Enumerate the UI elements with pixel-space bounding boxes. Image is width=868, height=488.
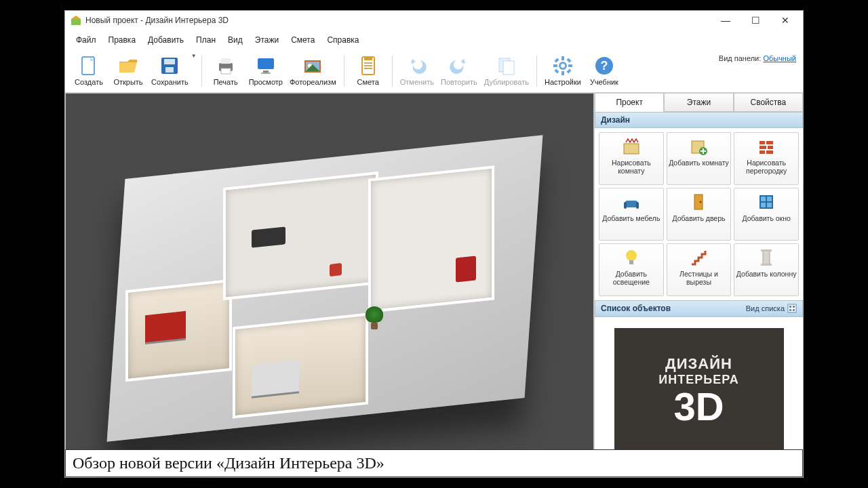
manual-label: Учебник [590,78,618,86]
panel-type-label: Вид панели: [719,54,761,62]
panel-type-link[interactable]: Обычный [763,54,796,62]
draw-room-icon [622,137,641,156]
floorplan-render [87,109,572,462]
new-file-icon [78,55,100,77]
undo-button[interactable]: Отменить [397,53,437,89]
add-room-button[interactable]: Добавить комнату [667,132,732,185]
svg-point-53 [626,250,637,261]
svg-rect-32 [554,68,559,73]
folder-open-icon [117,55,139,77]
open-label: Открыть [113,78,142,86]
save-icon [159,55,180,77]
stairs-cutouts-button[interactable]: Лестницы и вырезы [667,243,732,296]
svg-rect-57 [761,264,772,266]
add-column-button[interactable]: Добавить колонну [734,243,799,296]
monitor-icon [255,55,277,77]
svg-rect-41 [760,146,766,149]
svg-rect-27 [553,64,557,67]
undo-icon [406,55,428,77]
duplicate-icon [496,55,517,77]
stairs-cutouts-label: Лестницы и вырезы [669,270,730,286]
app-logo-3d: ДИЗАЙН ИНТЕРЬЕРА 3D [614,328,784,453]
minimize-button[interactable]: — [711,11,741,30]
estimate-button[interactable]: Смета [349,53,388,89]
side-panel: Проект Этажи Свойства Дизайн Нарисовать … [594,93,803,477]
svg-rect-40 [766,141,773,144]
manual-button[interactable]: ? Учебник [585,53,624,89]
svg-rect-46 [624,202,627,209]
menu-estimate[interactable]: Смета [285,33,320,47]
redo-icon [448,55,470,77]
svg-rect-18 [364,58,372,60]
side-tabs: Проект Этажи Свойства [595,93,803,112]
objects-list-header: Список объектов Вид списка [595,300,803,317]
add-window-label: Добавить окно [742,214,790,222]
tab-properties[interactable]: Свойства [734,93,803,112]
svg-rect-39 [760,141,765,144]
svg-rect-10 [258,58,274,69]
menubar: Файл Правка Добавить План Вид Этажи Смет… [65,30,803,50]
add-furniture-button[interactable]: Добавить мебель [599,188,664,241]
help-icon: ? [593,55,615,77]
svg-rect-28 [568,64,572,67]
svg-rect-61 [789,309,791,311]
redo-button[interactable]: Повторить [437,53,481,89]
save-button[interactable]: Сохранить [148,53,192,89]
settings-label: Настройки [545,78,581,86]
svg-rect-42 [768,146,773,149]
render-button[interactable]: Фотореализм [286,53,340,89]
add-room-icon [689,137,708,156]
add-window-button[interactable]: Добавить окно [734,188,799,241]
svg-marker-1 [71,16,81,19]
gear-icon [552,55,574,77]
add-door-button[interactable]: Добавить дверь [667,188,732,241]
design-section-header: Дизайн [595,112,803,128]
tab-project[interactable]: Проект [595,93,664,112]
svg-rect-54 [629,260,633,264]
open-button[interactable]: Открыть [108,53,148,89]
menu-edit[interactable]: Правка [103,33,142,47]
furniture-icon [622,192,641,211]
svg-rect-56 [761,249,772,251]
menu-file[interactable]: Файл [71,33,102,47]
photorealism-icon [302,55,323,77]
estimate-label: Смета [357,78,379,86]
add-column-label: Добавить колонну [736,270,797,278]
close-button[interactable]: ✕ [770,11,800,30]
menu-help[interactable]: Справка [321,33,364,47]
add-lighting-button[interactable]: Добавить освещение [599,243,664,296]
app-window: Новый проект - Дизайн Интерьера 3D — ☐ ✕… [64,10,804,478]
menu-floors[interactable]: Этажи [250,33,284,47]
partition-icon [757,137,776,156]
settings-button[interactable]: Настройки [541,53,585,89]
draw-partition-label: Нарисовать перегородку [736,159,797,175]
design-grid: Нарисовать комнату Добавить комнату Нари… [595,128,803,300]
menu-plan[interactable]: План [191,33,221,47]
svg-rect-62 [793,309,795,311]
save-dropdown[interactable]: ▼ [191,53,197,59]
maximize-button[interactable]: ☐ [741,11,770,30]
preview-button[interactable]: Просмотр [245,53,286,89]
add-furniture-label: Добавить мебель [602,214,660,222]
svg-rect-8 [221,58,231,64]
logo-line3: 3D [673,387,724,426]
print-button[interactable]: Печать [206,53,245,89]
print-label: Печать [214,78,238,86]
draw-room-button[interactable]: Нарисовать комнату [599,132,664,185]
estimate-icon [357,55,379,77]
objects-header-label: Список объектов [601,304,671,313]
create-label: Создать [75,78,103,86]
panel-type: Вид панели: Обычный [719,54,796,62]
duplicate-button[interactable]: Дублировать [481,53,532,89]
draw-partition-button[interactable]: Нарисовать перегородку [734,132,799,185]
list-view-label: Вид списка [746,304,785,312]
svg-rect-9 [221,68,231,74]
logo-line1: ДИЗАЙН [665,355,732,373]
list-view-toggle[interactable] [787,304,797,313]
3d-viewport[interactable] [65,93,594,477]
menu-view[interactable]: Вид [222,33,248,47]
printer-icon [215,55,237,77]
tab-floors[interactable]: Этажи [664,93,733,112]
menu-add[interactable]: Добавить [142,33,189,47]
create-button[interactable]: Создать [69,53,108,89]
